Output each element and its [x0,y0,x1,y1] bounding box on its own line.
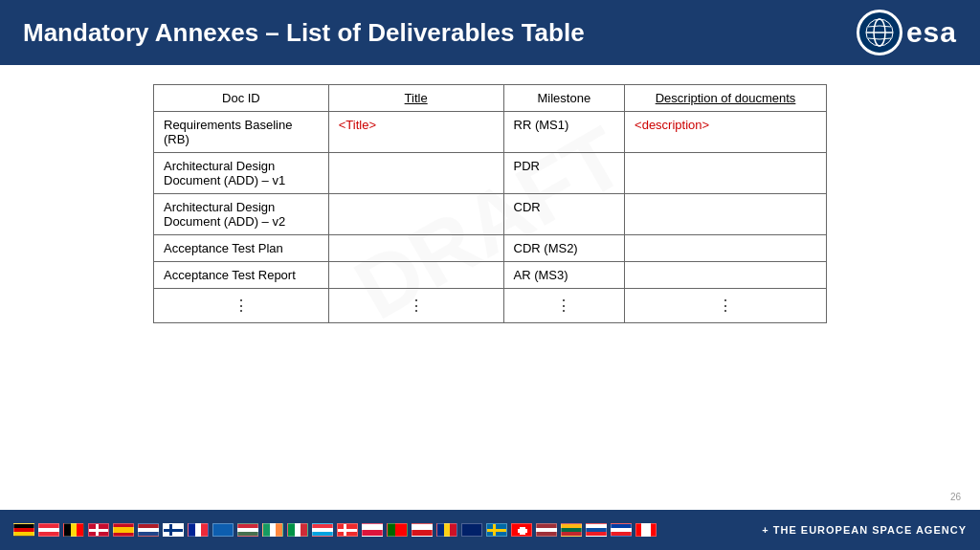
cell-milestone: RR (MS1) [503,112,625,153]
dots-cell: ⋮ [625,289,827,323]
flag-no [337,523,358,537]
cell-description [625,194,827,235]
dots-cell: ⋮ [503,289,625,323]
cell-docid: Acceptance Test Report [154,262,329,289]
col-header-description: Description of doucments [625,85,827,112]
table-row: Architectural Design Document (ADD) – v2… [154,194,827,235]
flag-lu [312,523,333,537]
flag-at [38,523,59,537]
cell-milestone: CDR [503,194,625,235]
cell-description [625,153,827,194]
flag-de [13,523,34,537]
page-number: 26 [950,492,961,502]
esa-circle-icon [857,10,902,55]
flag-lv [536,523,557,537]
cell-title [328,235,503,262]
flag-cz [412,523,433,537]
cell-milestone: PDR [503,153,625,194]
table-dots-row: ⋮⋮⋮⋮ [154,289,827,323]
table-row: Acceptance Test PlanCDR (MS2) [154,235,827,262]
flag-es [113,523,134,537]
cell-docid: Acceptance Test Plan [154,235,329,262]
flag-sk [586,523,607,537]
cell-docid: Architectural Design Document (ADD) – v1 [154,153,329,194]
col-header-docid: Doc ID [154,85,329,112]
cell-docid: Architectural Design Document (ADD) – v2 [154,194,329,235]
flag-se [486,523,507,537]
flag-ro [436,523,457,537]
cell-description [625,262,827,289]
flag-gr [212,523,234,537]
page-title: Mandatory Annexes – List of Deliverables… [23,18,585,48]
cell-title [328,153,503,194]
cell-docid: Requirements Baseline (RB) [154,112,329,153]
header: Mandatory Annexes – List of Deliverables… [0,0,980,65]
flag-lt [561,523,582,537]
cell-milestone: AR (MS3) [503,262,625,289]
flag-nl [138,523,159,537]
flag-be [63,523,84,537]
flag-dk [88,523,109,537]
flag-pt [387,523,408,537]
flag-fr [188,523,209,537]
footer-agency-text: + THE EUROPEAN SPACE AGENCY [762,524,967,536]
flag-fi [163,523,184,537]
table-row: Acceptance Test ReportAR (MS3) [154,262,827,289]
flag-ie [262,523,283,537]
dots-cell: ⋮ [154,289,329,323]
flag-ca [635,523,657,537]
esa-text: esa [906,16,957,49]
cell-description: <description> [625,112,827,153]
main-content: DRAFT Doc ID Title Milestone Description… [0,65,980,342]
flag-hu [237,523,258,537]
table-header-row: Doc ID Title Milestone Description of do… [154,85,827,112]
footer: + THE EUROPEAN SPACE AGENCY [0,510,980,550]
flag-ch [511,523,532,537]
flag-gb [461,523,482,537]
cell-description [625,235,827,262]
table-row: Requirements Baseline (RB)<Title>RR (MS1… [154,112,827,153]
col-header-title: Title [328,85,503,112]
esa-logo: esa [857,10,957,55]
flag-pl [362,523,383,537]
cell-title [328,262,503,289]
col-header-milestone: Milestone [503,85,625,112]
cell-title: <Title> [328,112,503,153]
flag-it [287,523,308,537]
cell-milestone: CDR (MS2) [503,235,625,262]
table-row: Architectural Design Document (ADD) – v1… [154,153,827,194]
flags-container [13,523,657,537]
dots-cell: ⋮ [328,289,503,323]
deliverables-table: Doc ID Title Milestone Description of do… [153,84,827,323]
flag-si [611,523,632,537]
cell-title [328,194,503,235]
